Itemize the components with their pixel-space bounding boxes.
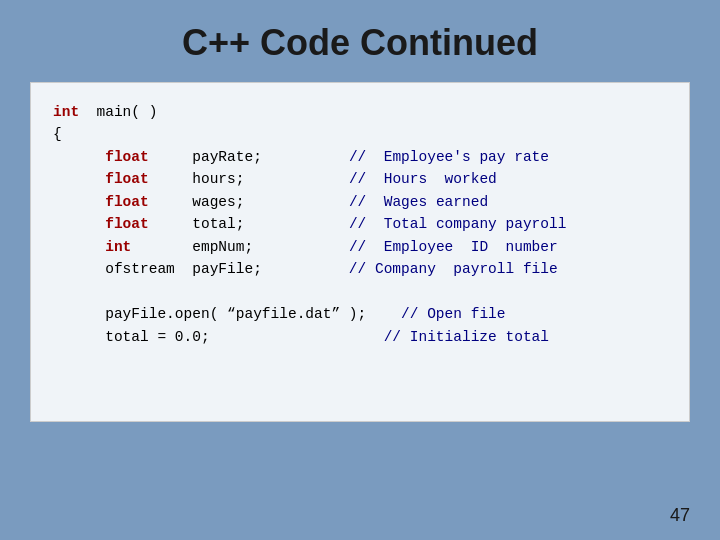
comment-4: // Total company payroll (349, 216, 567, 232)
code-box: int main( ) { float payRate; // Employee… (30, 82, 690, 422)
comment-8: // Initialize total (384, 329, 549, 345)
comment-7: // Open file (401, 306, 505, 322)
comment-5: // Employee ID number (349, 239, 558, 255)
code-line-4: float hours; // Hours worked (53, 168, 667, 190)
comment-6: // Company payroll file (349, 261, 558, 277)
keyword-float-4: float (105, 216, 149, 232)
code-line-5: float wages; // Wages earned (53, 191, 667, 213)
comment-2: // Hours worked (349, 171, 497, 187)
comment-1: // Employee's pay rate (349, 149, 549, 165)
slide-title: C++ Code Continued (0, 0, 720, 82)
code-line-blank (53, 281, 667, 303)
code-line-8: ofstream payFile; // Company payroll fil… (53, 258, 667, 280)
keyword-float-2: float (105, 171, 149, 187)
code-line-2: { (53, 123, 667, 145)
code-line-10: total = 0.0; // Initialize total (53, 326, 667, 348)
keyword-float-1: float (105, 149, 149, 165)
keyword-float-3: float (105, 194, 149, 210)
code-line-6: float total; // Total company payroll (53, 213, 667, 235)
code-line-1: int main( ) (53, 101, 667, 123)
code-line-3: float payRate; // Employee's pay rate (53, 146, 667, 168)
page-number: 47 (670, 505, 690, 526)
comment-3: // Wages earned (349, 194, 488, 210)
keyword-int-2: int (105, 239, 131, 255)
code-line-9: payFile.open( “payfile.dat” ); // Open f… (53, 303, 667, 325)
keyword-int: int (53, 104, 79, 120)
code-line-7: int empNum; // Employee ID number (53, 236, 667, 258)
